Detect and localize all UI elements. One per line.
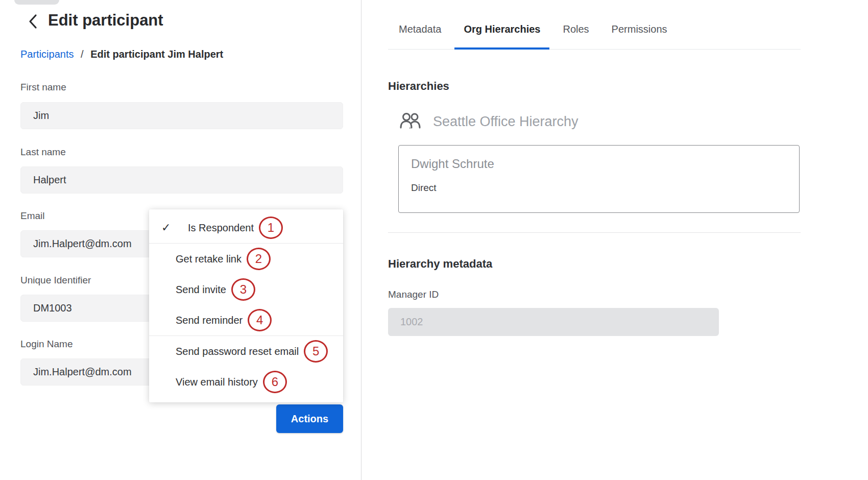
menu-item-label: Is Respondent: [188, 222, 254, 234]
menu-item-send-invite[interactable]: Send invite 3: [149, 274, 343, 305]
hierarchy-row[interactable]: Seattle Office Hierarchy: [399, 110, 578, 133]
last-name-field[interactable]: Halpert: [20, 166, 343, 194]
annotation-badge-2: 2: [247, 248, 271, 270]
breadcrumb-separator: /: [81, 49, 84, 60]
first-name-field[interactable]: Jim: [20, 102, 343, 129]
unique-identifier-label: Unique Identifier: [20, 275, 91, 286]
menu-item-is-respondent[interactable]: ✓ Is Respondent 1: [149, 212, 343, 243]
actions-button[interactable]: Actions: [276, 404, 343, 433]
breadcrumb-participants-link[interactable]: Participants: [20, 49, 74, 60]
evaluator-relationship: Direct: [411, 182, 787, 194]
breadcrumb: Participants / Edit participant Jim Halp…: [20, 49, 223, 60]
tab-metadata[interactable]: Metadata: [398, 9, 442, 49]
login-name-label: Login Name: [20, 339, 73, 350]
breadcrumb-current: Edit participant Jim Halpert: [90, 49, 223, 60]
actions-dropdown-menu: ✓ Is Respondent 1 Get retake link 2 Send…: [149, 209, 343, 402]
edit-participant-panel: Edit participant Participants / Edit par…: [0, 0, 361, 480]
tab-permissions[interactable]: Permissions: [611, 9, 668, 49]
annotation-badge-6: 6: [263, 371, 287, 393]
chevron-left-icon: [28, 14, 37, 31]
tab-org-hierarchies[interactable]: Org Hierarchies: [463, 9, 541, 49]
menu-item-send-reminder[interactable]: Send reminder 4: [149, 305, 343, 335]
back-button[interactable]: [26, 14, 40, 31]
last-name-label: Last name: [20, 147, 66, 158]
menu-item-view-email-history[interactable]: View email history 6: [149, 367, 343, 397]
menu-item-send-password-reset-email[interactable]: Send password reset email 5: [149, 336, 343, 367]
annotation-badge-4: 4: [248, 309, 272, 331]
partial-tab-decoration: [14, 0, 59, 5]
menu-item-label: Get retake link: [176, 253, 242, 265]
section-divider: [388, 232, 801, 233]
manager-id-label: Manager ID: [388, 289, 439, 300]
hierarchy-name: Seattle Office Hierarchy: [433, 114, 578, 130]
participant-details-panel: Metadata Org Hierarchies Roles Permissio…: [361, 0, 868, 480]
menu-item-label: Send invite: [176, 284, 226, 296]
email-label: Email: [20, 210, 45, 222]
evaluator-name: Dwight Schrute: [411, 157, 787, 171]
evaluator-card[interactable]: Dwight Schrute Direct: [398, 145, 800, 213]
manager-id-field: 1002: [388, 308, 719, 336]
page-title: Edit participant: [48, 11, 163, 30]
detail-tabs: Metadata Org Hierarchies Roles Permissio…: [388, 0, 801, 50]
annotation-badge-3: 3: [231, 278, 255, 301]
menu-item-label: View email history: [176, 376, 258, 388]
menu-item-label: Send reminder: [176, 315, 243, 326]
people-icon: [399, 112, 422, 131]
hierarchies-heading: Hierarchies: [388, 80, 449, 93]
first-name-label: First name: [20, 82, 66, 93]
annotation-badge-5: 5: [304, 340, 328, 363]
menu-item-get-retake-link[interactable]: Get retake link 2: [149, 244, 343, 274]
check-icon: ✓: [161, 221, 175, 234]
menu-item-label: Send password reset email: [176, 346, 299, 357]
hierarchy-metadata-heading: Hierarchy metadata: [388, 257, 492, 271]
tab-roles[interactable]: Roles: [562, 9, 590, 49]
annotation-badge-1: 1: [259, 217, 283, 239]
